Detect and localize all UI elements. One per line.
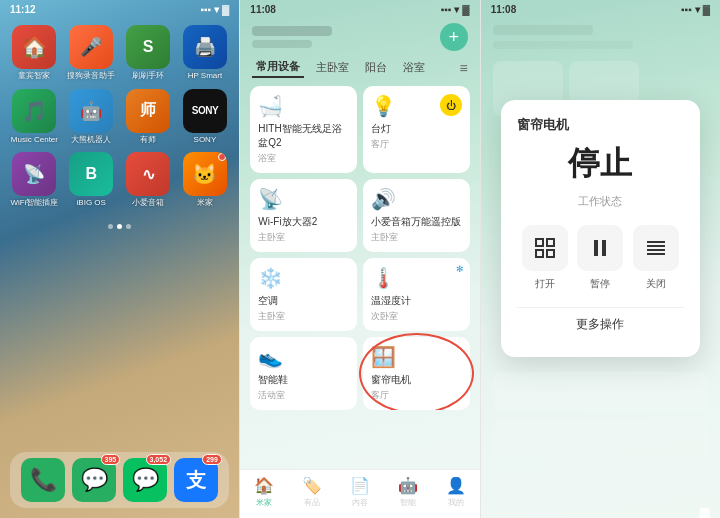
category-tabs: 常用设备 主卧室 阳台 浴室 ≡ bbox=[240, 57, 479, 78]
wifi-amp-icon: 📡 bbox=[258, 187, 349, 211]
action-pause[interactable]: 暂停 bbox=[577, 225, 623, 291]
close-label: 关闭 bbox=[646, 277, 666, 291]
device-grid: 🛁 HITH智能无线足浴盆Q2 浴室 ⏻ 💡 台灯 客厅 📡 Wi-Fi放大器2… bbox=[240, 86, 479, 410]
app-dabear[interactable]: 🤖 大熊机器人 bbox=[67, 89, 116, 145]
nav-shop[interactable]: 🏷️ 有品 bbox=[302, 476, 322, 508]
nav-home[interactable]: 🏠 米家 bbox=[254, 476, 274, 508]
panel1-home-screen: 11:12 ▪▪▪ ▾ ▓ 🏠 童宾智家 🎤 搜狗录音助手 S 刷刷手环 bbox=[0, 0, 239, 518]
app-grid: 🏠 童宾智家 🎤 搜狗录音助手 S 刷刷手环 🖨️ HP Smart 🎵 bbox=[0, 17, 239, 216]
panel2-mihome: 11:08 ▪▪▪ ▾ ▓ + 常用设备 主卧室 阳台 浴室 ≡ 🛁 HITH智… bbox=[240, 0, 479, 518]
device-curtain[interactable]: 🪟 窗帘电机 客厅 bbox=[363, 337, 470, 410]
modal-actions: 打开 暂停 bbox=[517, 225, 684, 291]
app-sogou[interactable]: 🎤 搜狗录音助手 bbox=[67, 25, 116, 81]
pause-label: 暂停 bbox=[590, 277, 610, 291]
svg-rect-4 bbox=[594, 240, 598, 256]
nav-content[interactable]: 📄 内容 bbox=[350, 476, 370, 508]
xiaoai-icon: 🔊 bbox=[371, 187, 462, 211]
curtain-modal: 窗帘电机 停止 工作状态 打开 bbox=[501, 100, 700, 357]
status-bar-1: 11:12 ▪▪▪ ▾ ▓ bbox=[0, 0, 239, 17]
bg-bottom-content bbox=[493, 372, 708, 458]
action-open[interactable]: 打开 bbox=[522, 225, 568, 291]
pause-icon bbox=[577, 225, 623, 271]
dock-phone[interactable]: 📞 bbox=[21, 458, 65, 502]
device-ac[interactable]: ❄️ 空调 主卧室 bbox=[250, 258, 357, 331]
app-youshi[interactable]: 师 有师 bbox=[124, 89, 173, 145]
app-tonbin[interactable]: 🏠 童宾智家 bbox=[10, 25, 59, 81]
hith-icon: 🛁 bbox=[258, 94, 349, 118]
close-curtain-icon bbox=[633, 225, 679, 271]
battery-icon: ▓ bbox=[222, 4, 229, 15]
status-bar-2: 11:08 ▪▪▪ ▾ ▓ bbox=[240, 0, 479, 17]
svg-rect-3 bbox=[547, 250, 554, 257]
more-actions-button[interactable]: 更多操作 bbox=[517, 307, 684, 341]
bottom-nav: 🏠 米家 🏷️ 有品 📄 内容 🤖 智能 👤 我的 bbox=[240, 469, 479, 518]
time-1: 11:12 bbox=[10, 4, 36, 15]
device-hith[interactable]: 🛁 HITH智能无线足浴盆Q2 浴室 bbox=[250, 86, 357, 173]
svg-rect-1 bbox=[547, 239, 554, 246]
panel3-curtain-control: 11:08 ▪▪▪ ▾ ▓ 窗帘电机 停止 工作状态 bbox=[481, 0, 720, 518]
device-xiaoai[interactable]: 🔊 小爱音箱万能遥控版 主卧室 bbox=[363, 179, 470, 252]
shoes-icon: 👟 bbox=[258, 345, 349, 369]
dock-messages[interactable]: 💬 395 bbox=[72, 458, 116, 502]
app-shua[interactable]: S 刷刷手环 bbox=[124, 25, 173, 81]
page-dots bbox=[0, 224, 239, 229]
status-bar-3: 11:08 ▪▪▪ ▾ ▓ bbox=[481, 0, 720, 17]
app-sony[interactable]: SONY SONY bbox=[180, 89, 229, 145]
panel2-header: + bbox=[240, 17, 479, 57]
app-mijia[interactable]: 🐱 米家 bbox=[180, 152, 229, 208]
app-wifi-socket[interactable]: 📡 WiFi智能插座 bbox=[10, 152, 59, 208]
signal-icon: ▪▪▪ bbox=[200, 4, 211, 15]
nav-profile[interactable]: 👤 我的 bbox=[446, 476, 466, 508]
action-close[interactable]: 关闭 bbox=[633, 225, 679, 291]
tab-menu-icon[interactable]: ≡ bbox=[459, 60, 467, 76]
open-icon bbox=[522, 225, 568, 271]
app-xiaoai[interactable]: ∿ 小爱音箱 bbox=[124, 152, 173, 208]
add-device-button[interactable]: + bbox=[440, 23, 468, 51]
device-light[interactable]: ⏻ 💡 台灯 客厅 bbox=[363, 86, 470, 173]
modal-status-label: 工作状态 bbox=[517, 194, 684, 209]
ac-icon: ❄️ bbox=[258, 266, 349, 290]
dock: 📞 💬 395 💬 3,052 支 299 bbox=[10, 452, 229, 508]
dock-wechat[interactable]: 💬 3,052 bbox=[123, 458, 167, 502]
time-3: 11:08 bbox=[491, 4, 517, 15]
app-music-center[interactable]: 🎵 Music Center bbox=[10, 89, 59, 145]
svg-rect-0 bbox=[536, 239, 543, 246]
app-ibig[interactable]: B iBIG OS bbox=[67, 152, 116, 208]
svg-rect-2 bbox=[536, 250, 543, 257]
device-shoes[interactable]: 👟 智能鞋 活动室 bbox=[250, 337, 357, 410]
tab-balcony[interactable]: 阳台 bbox=[361, 58, 391, 77]
curtain-icon: 🪟 bbox=[371, 345, 462, 369]
modal-status-text: 停止 bbox=[517, 142, 684, 186]
device-thermometer[interactable]: ✻ 🌡️ 温湿度计 次卧室 bbox=[363, 258, 470, 331]
tab-master-bedroom[interactable]: 主卧室 bbox=[312, 58, 353, 77]
tab-common-devices[interactable]: 常用设备 bbox=[252, 57, 304, 78]
svg-rect-5 bbox=[602, 240, 606, 256]
modal-title: 窗帘电机 bbox=[517, 116, 684, 134]
nav-smart[interactable]: 🤖 智能 bbox=[398, 476, 418, 508]
light-toggle[interactable]: ⏻ bbox=[440, 94, 462, 116]
dock-alipay[interactable]: 支 299 bbox=[174, 458, 218, 502]
open-label: 打开 bbox=[535, 277, 555, 291]
time-2: 11:08 bbox=[250, 4, 276, 15]
wifi-icon: ▾ bbox=[214, 4, 219, 15]
app-hp[interactable]: 🖨️ HP Smart bbox=[180, 25, 229, 81]
device-wifi-amp[interactable]: 📡 Wi-Fi放大器2 主卧室 bbox=[250, 179, 357, 252]
thermometer-icon: 🌡️ bbox=[371, 266, 462, 290]
tab-bathroom[interactable]: 浴室 bbox=[399, 58, 429, 77]
